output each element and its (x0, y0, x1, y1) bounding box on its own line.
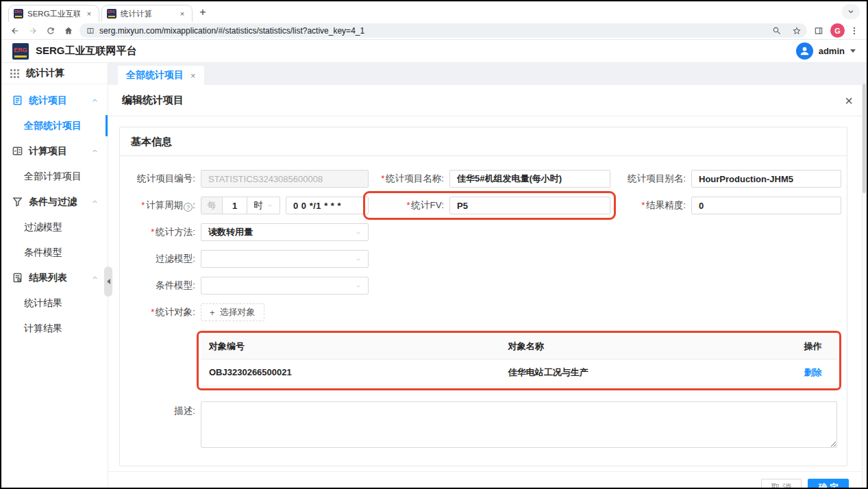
precision-input[interactable] (691, 197, 841, 214)
forward-button[interactable] (26, 24, 40, 38)
precision-label: *结果精度: (610, 199, 691, 212)
erg-logo: ERG (12, 43, 29, 60)
calculator-icon (12, 146, 23, 156)
col-header-action: 操作 (796, 335, 837, 359)
sidebar-item-all-calculation-items[interactable]: 全部计算项目 (1, 164, 108, 189)
home-button[interactable] (62, 24, 75, 38)
cron-expression-input[interactable] (286, 197, 369, 214)
user-avatar[interactable] (796, 42, 813, 60)
description-label: 描述: (120, 401, 201, 417)
col-header-object-name: 对象名称 (500, 335, 796, 359)
browser-tab-serg[interactable]: SERG工业互联网平台 (8, 5, 99, 22)
form-item-objects: *统计对象: 选择对象 (120, 303, 264, 321)
form-item-cycle: *计算周期: 每 1 时 (120, 197, 369, 214)
code-label: 统计项目编号: (120, 173, 201, 185)
name-input[interactable] (449, 170, 610, 188)
panel-header: 编辑统计项目 (108, 85, 867, 116)
sidebar-group-calculation-items[interactable]: 计算项目 (1, 138, 108, 164)
form-item-alias: 统计项目别名: (610, 170, 847, 188)
browser-profile-avatar[interactable]: G (830, 23, 845, 38)
browser-menu-icon[interactable] (849, 24, 860, 38)
object-table: 对象编号 对象名称 操作 OBJ3230266500021 佳华电站工况与生产 … (201, 335, 837, 386)
body-row: 统计计算 统计项目 全部统计项目 计算项目 全部计算项目 条件与过滤 (1, 63, 867, 488)
sidebar-item-statistics-results[interactable]: 统计结果 (1, 290, 108, 316)
plus-icon (210, 308, 215, 318)
back-arrow-icon (10, 26, 20, 36)
app-title: SERG工业互联网平台 (36, 45, 137, 58)
fv-input[interactable] (449, 197, 610, 214)
tab-close-icon[interactable] (177, 9, 187, 18)
main-area: 全部统计项目 编辑统计项目 基本信息 统计项目编号: (108, 63, 867, 488)
alias-input[interactable] (691, 170, 841, 188)
url-input[interactable]: serg.mixyun.com/mixapplication/#/statist… (79, 23, 807, 38)
chevron-up-icon (91, 97, 99, 104)
object-code-cell: OBJ3230266500021 (201, 359, 500, 386)
col-header-object-code: 对象编号 (201, 335, 500, 359)
document-icon (12, 95, 23, 105)
site-info-icon[interactable] (86, 27, 95, 35)
workspace-tab-all-statistics[interactable]: 全部统计项目 (118, 66, 204, 85)
tab-search-button[interactable] (842, 4, 860, 19)
sidebar-item-filter-model[interactable]: 过滤模型 (1, 214, 108, 240)
browser-window: SERG工业互联网平台 统计计算 serg.mixyun.com/mixappl… (1, 1, 867, 488)
method-label: *统计方法: (120, 226, 201, 238)
confirm-button[interactable]: 确 定 (808, 479, 849, 488)
tab-close-icon[interactable] (84, 9, 94, 18)
select-object-button[interactable]: 选择对象 (201, 303, 264, 321)
condition-model-label: 条件模型: (120, 279, 201, 292)
sidebar-item-calculation-results[interactable]: 计算结果 (1, 316, 108, 341)
grid-apps-icon[interactable] (10, 69, 19, 78)
browser-tab-stats[interactable]: 统计计算 (101, 5, 193, 22)
sidebar-item-condition-model[interactable]: 条件模型 (1, 240, 108, 265)
form-item-description: 描述: (120, 401, 847, 448)
sidebar-collapse-handle[interactable] (104, 266, 112, 297)
chevron-up-icon (91, 147, 99, 155)
sidebar-group-statistics-items[interactable]: 统计项目 (1, 88, 108, 113)
edit-form: 统计项目编号: *统计项目名称: 统计项目别名: (120, 156, 847, 466)
browser-tabstrip: SERG工业互联网平台 统计计算 (1, 1, 867, 22)
screen-frame: SERG工业互联网平台 统计计算 serg.mixyun.com/mixappl… (0, 0, 868, 489)
form-item-filter-model: 过滤模型: (120, 250, 369, 268)
scrollbar-thumb[interactable] (863, 84, 866, 193)
back-button[interactable] (8, 24, 22, 38)
condition-model-select[interactable] (201, 277, 369, 294)
workspace-tab-close-icon[interactable] (190, 71, 196, 81)
new-tab-button[interactable] (195, 4, 211, 21)
cycle-interval-input[interactable]: 1 (223, 197, 247, 214)
help-icon[interactable] (184, 203, 193, 212)
reload-button[interactable] (44, 24, 58, 38)
workspace-tabbar: 全部统计项目 (108, 63, 867, 85)
home-icon (64, 26, 73, 36)
side-panel-icon[interactable] (811, 23, 826, 38)
app-header: ERG SERG工业互联网平台 admin (1, 40, 867, 63)
description-textarea[interactable] (201, 401, 837, 448)
caret-down-icon (850, 49, 856, 53)
form-footer: 取 消 确 定 (108, 471, 867, 488)
cycle-unit-select[interactable]: 时 (247, 197, 280, 214)
sidebar-group-condition-filter[interactable]: 条件与过滤 (1, 189, 108, 214)
user-menu[interactable]: admin (796, 42, 856, 60)
serg-favicon (14, 9, 23, 18)
chevron-up-icon (91, 274, 99, 281)
object-table-header-row: 对象编号 对象名称 操作 (201, 335, 837, 359)
sidebar-group-result-list[interactable]: 结果列表 (1, 265, 108, 290)
cancel-button[interactable]: 取 消 (761, 479, 802, 488)
result-list-icon (12, 273, 23, 283)
zoom-icon[interactable] (769, 23, 784, 38)
sidebar-item-all-statistics-items[interactable]: 全部统计项目 (1, 113, 108, 138)
chevron-down-icon (355, 229, 362, 236)
filter-model-select[interactable] (201, 250, 369, 268)
bookmark-star-icon[interactable] (789, 23, 804, 38)
panel-close-icon[interactable] (845, 94, 853, 108)
code-input (201, 170, 369, 188)
method-select[interactable]: 读数转用量 (201, 223, 369, 241)
browser-tab-title: SERG工业互联网平台 (27, 9, 80, 19)
form-item-fv: *统计FV: (369, 197, 610, 214)
panel-title: 编辑统计项目 (122, 94, 184, 107)
user-name: admin (819, 46, 845, 56)
alias-label: 统计项目别名: (610, 173, 691, 185)
basic-info-panel: 基本信息 统计项目编号: *统计项目名称: 统计项目别名: (119, 127, 847, 466)
object-name-cell: 佳华电站工况与生产 (500, 359, 796, 386)
cycle-group: 每 1 时 (201, 197, 369, 214)
delete-link[interactable]: 删除 (804, 367, 822, 377)
